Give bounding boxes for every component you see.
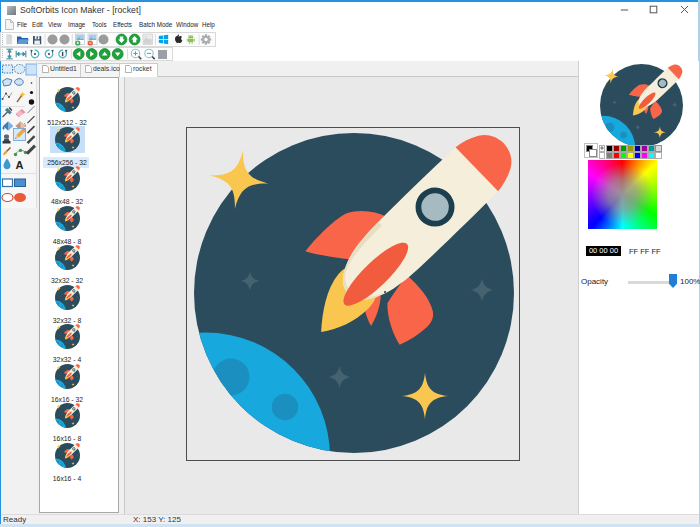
svg-text:A: A — [16, 159, 24, 171]
